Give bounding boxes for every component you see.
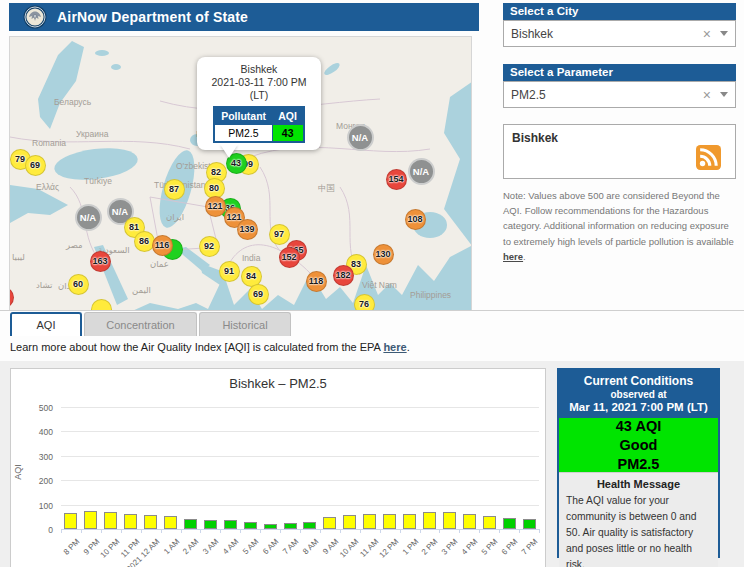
chart-bar (363, 514, 376, 529)
city-clear-icon[interactable]: × (703, 27, 711, 41)
x-axis-category-label: 3 PM (440, 537, 460, 557)
aqi-marker[interactable]: 121 (205, 196, 226, 217)
aqi-marker[interactable]: 139 (237, 219, 258, 240)
aqi-marker[interactable]: 69 (248, 284, 269, 305)
learn-more-suffix: . (407, 341, 410, 353)
na-marker[interactable]: N/A (75, 204, 102, 231)
feed-textbox[interactable]: Bishkek (503, 124, 736, 179)
x-axis-tick (459, 529, 460, 533)
aqi-marker[interactable]: 130 (373, 244, 394, 265)
aqi-marker[interactable]: 116 (152, 235, 173, 256)
y-axis-tick-label: 400 (19, 427, 53, 437)
x-axis-tick (519, 529, 520, 533)
chart-bar (84, 511, 97, 529)
city-select-value: Bishkek (511, 27, 703, 41)
y-axis-tick-label: 0 (19, 525, 53, 535)
chart-bar (343, 515, 356, 529)
x-axis-tick (161, 529, 162, 533)
aqi-marker[interactable]: 87 (164, 179, 185, 200)
city-caret-icon[interactable] (720, 31, 728, 36)
department-of-state-seal-icon (23, 5, 47, 29)
map-label: Việt Nam (362, 280, 397, 290)
x-axis-tick (400, 529, 401, 533)
rss-icon[interactable] (696, 145, 721, 170)
aqi-marker[interactable]: 118 (306, 271, 327, 292)
chart-bar (104, 512, 117, 529)
x-axis-category-label: 2 AM (182, 537, 201, 556)
x-axis-tick (360, 529, 361, 533)
chart-bar (124, 514, 137, 529)
aqi-chart: Bishkek – PM2.5 AQI 01002003004005008 PM… (10, 368, 546, 567)
x-axis-tick (420, 529, 421, 533)
chart-bar (164, 516, 177, 529)
na-marker[interactable]: N/A (347, 124, 374, 151)
aqi-marker[interactable]: 97 (269, 224, 290, 245)
x-axis-category-label: 6 PM (500, 537, 520, 557)
aqi-marker[interactable]: 91 (219, 261, 240, 282)
x-axis-tick (380, 529, 381, 533)
parameter-select[interactable]: PM2.5 × (503, 81, 736, 108)
select-city-header: Select a City (503, 3, 736, 20)
page-title: AirNow Department of State (57, 9, 248, 25)
current-aqi-block: 43 AQI Good PM2.5 (559, 418, 718, 472)
aqi-marker[interactable]: 92 (199, 236, 220, 257)
popup-pointer (220, 144, 238, 158)
aqi-marker[interactable]: 76 (354, 294, 375, 312)
tab-historical[interactable]: Historical (199, 312, 291, 336)
x-axis-category-label: 7 PM (520, 537, 540, 557)
aqi-marker[interactable]: 182 (333, 265, 354, 286)
map-label: Украина (76, 129, 108, 139)
x-axis-tick (81, 529, 82, 533)
x-axis-tick (280, 529, 281, 533)
chart-bar (224, 520, 237, 529)
x-axis-category-label: 3 AM (201, 537, 220, 556)
learn-more-here-link[interactable]: here (383, 341, 406, 353)
map-label: Türkiye (84, 176, 112, 186)
popup-timezone: (LT) (201, 89, 317, 102)
section-divider (0, 310, 744, 311)
x-axis-category-label: 4 PM (460, 537, 480, 557)
chart-bar (423, 512, 436, 529)
aqi-marker[interactable]: 108 (405, 209, 426, 230)
aqi-marker[interactable]: 86 (134, 231, 155, 252)
sidebar: Select a City Bishkek × Select a Paramet… (503, 3, 736, 264)
map-label: ایران (166, 212, 184, 222)
x-axis-tick (439, 529, 440, 533)
map-label: Ελλάς (36, 182, 59, 192)
aqi-marker[interactable]: 69 (25, 155, 46, 176)
view-tabs: AQI Concentration Historical (10, 312, 291, 336)
aqi-marker[interactable]: 154 (386, 169, 407, 190)
parameter-caret-icon[interactable] (720, 92, 728, 97)
x-axis-category-label: 2 PM (420, 537, 440, 557)
note-here-link[interactable]: here (503, 251, 523, 262)
map-popup: Bishkek 2021-03-11 7:00 PM (LT) Pollutan… (197, 57, 321, 150)
x-axis-tick (200, 529, 201, 533)
x-axis-category-label: 1 AM (162, 537, 181, 556)
chart-gridline (61, 407, 539, 408)
city-select[interactable]: Bishkek × (503, 20, 736, 47)
chart-bar (144, 515, 157, 529)
chart-bar (204, 520, 217, 529)
popup-col-aqi: AQI (272, 107, 304, 125)
observed-at-label: observed at (561, 389, 716, 400)
chart-bar (523, 519, 536, 529)
aqi-marker[interactable]: 163 (90, 251, 111, 272)
tab-aqi[interactable]: AQI (10, 312, 82, 336)
map-label: عمان (150, 259, 169, 269)
aqi-marker[interactable]: 60 (68, 274, 89, 295)
parameter-clear-icon[interactable]: × (703, 88, 711, 102)
tab-concentration[interactable]: Concentration (84, 312, 197, 336)
na-marker[interactable]: N/A (408, 158, 435, 185)
x-axis-category-label: 10 PM (98, 537, 121, 560)
map-label: Romania (32, 138, 66, 148)
x-axis-tick (240, 529, 241, 533)
popup-col-pollutant: Pollutant (214, 107, 272, 125)
x-axis-tick (121, 529, 122, 533)
popup-aqi-value: 43 (272, 125, 304, 143)
x-axis-category-label: 10 AM (338, 537, 360, 559)
map-canvas[interactable]: БеларусьУкраинаRomaniaΕλλάςTürkiyeҚазақс… (9, 36, 472, 311)
learn-more-prefix: Learn more about how the Air Quality Ind… (10, 341, 383, 353)
aqi-marker[interactable]: 152 (279, 247, 300, 268)
note-suffix: . (523, 251, 526, 262)
x-axis-tick (499, 529, 500, 533)
